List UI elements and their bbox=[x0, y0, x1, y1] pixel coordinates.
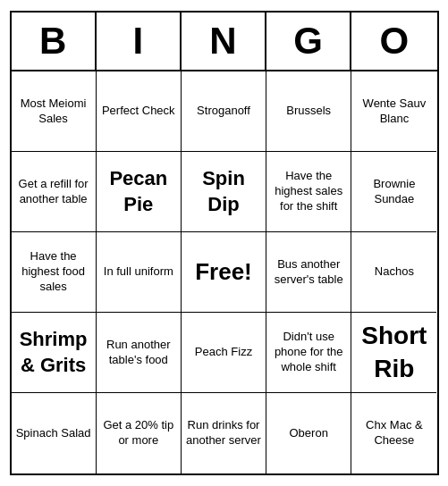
bingo-cell-20: Spinach Salad bbox=[12, 393, 97, 473]
bingo-cell-16: Run another table's food bbox=[97, 313, 182, 393]
bingo-cell-22: Run drinks for another server bbox=[182, 393, 266, 473]
bingo-cell-0: Most Meiomi Sales bbox=[12, 71, 97, 152]
bingo-cell-2: Stroganoff bbox=[182, 71, 266, 152]
bingo-cell-21: Get a 20% tip or more bbox=[97, 393, 182, 473]
bingo-card: BINGO Most Meiomi SalesPerfect CheckStro… bbox=[10, 11, 439, 475]
bingo-cell-14: Nachos bbox=[351, 232, 436, 313]
bingo-cell-6: Pecan Pie bbox=[97, 152, 182, 232]
bingo-letter-n: N bbox=[182, 13, 266, 70]
bingo-cell-13: Bus another server's table bbox=[266, 232, 351, 313]
bingo-letter-g: G bbox=[266, 13, 351, 70]
bingo-letter-o: O bbox=[351, 13, 436, 70]
bingo-cell-11: In full uniform bbox=[97, 232, 182, 313]
bingo-cell-4: Wente Sauv Blanc bbox=[351, 71, 436, 152]
bingo-cell-19: Short Rib bbox=[351, 313, 436, 393]
bingo-cell-8: Have the highest sales for the shift bbox=[266, 152, 351, 232]
bingo-letter-i: I bbox=[97, 13, 182, 70]
bingo-cell-17: Peach Fizz bbox=[182, 313, 266, 393]
bingo-cell-24: Chx Mac & Cheese bbox=[351, 393, 436, 473]
bingo-cell-18: Didn't use phone for the whole shift bbox=[266, 313, 351, 393]
bingo-cell-23: Oberon bbox=[266, 393, 351, 473]
bingo-cell-5: Get a refill for another table bbox=[12, 152, 97, 232]
bingo-cell-15: Shrimp & Grits bbox=[12, 313, 97, 393]
bingo-cell-1: Perfect Check bbox=[97, 71, 182, 152]
bingo-cell-7: Spin Dip bbox=[182, 152, 266, 232]
bingo-cell-12: Free! bbox=[182, 232, 266, 313]
bingo-header: BINGO bbox=[12, 13, 437, 71]
bingo-cell-9: Brownie Sundae bbox=[351, 152, 436, 232]
bingo-grid: Most Meiomi SalesPerfect CheckStroganoff… bbox=[12, 71, 437, 473]
bingo-cell-10: Have the highest food sales bbox=[12, 232, 97, 313]
bingo-cell-3: Brussels bbox=[266, 71, 351, 152]
bingo-letter-b: B bbox=[12, 13, 97, 70]
